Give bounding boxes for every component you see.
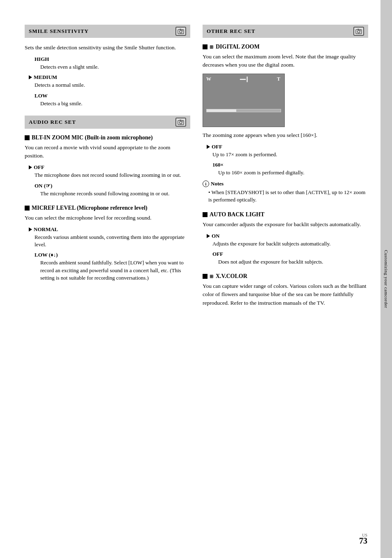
zoom-bar-fill [207,109,236,112]
smile-medium-desc: Detects a normal smile. [29,81,190,89]
blt-zoom-on-desc: The microphone records sound following z… [35,190,190,197]
blt-zoom-off-option: OFF The microphone does not record sound… [25,164,190,179]
bullet-triangle-2 [29,165,32,169]
micref-level-title: MICREF LEVEL (Microphone reference level… [25,205,190,211]
smile-sensitivity-header: SMILE SENSITIVITY [25,25,190,38]
main-content: SMILE SENSITIVITY Sets the smile detecti… [0,0,380,558]
camera-icon-3 [355,28,362,34]
micref-low-option: LOW (♦↓) Records ambient sound faithfull… [25,252,190,282]
xvcolor-desc: You can capture wider range of colors. V… [203,282,368,307]
auto-backlight-off-label: OFF [212,251,368,257]
svg-point-9 [357,30,360,33]
bullet-triangle-5 [207,234,210,238]
side-tab-text: Customizing your camcorder [384,250,389,308]
auto-back-light-title: AUTO BACK LIGHT [203,211,368,218]
xvcolor-title: ⊞ X.V.COLOR [203,273,368,280]
smile-medium-option: MEDIUM Detects a normal smile. [25,74,190,89]
bullet-triangle-4 [207,145,210,149]
digital-zoom-off-desc: Up to 17× zoom is performed. [207,151,368,158]
digital-zoom-desc: You can select the maximum zoom level. N… [203,53,368,69]
svg-point-5 [180,121,182,124]
zoom-w-label: W [206,76,212,82]
square-bullet-icon-5 [203,274,208,279]
smile-medium-label: MEDIUM [29,74,190,81]
digital-zoom-160-option: 160× Up to 160× zoom is performed digita… [203,162,368,176]
xvcolor-subsection: ⊞ X.V.COLOR You can capture wider range … [203,273,368,307]
smile-low-label: LOW [35,93,190,99]
zoom-bar-indicator: ━━┃ [240,77,249,82]
square-bullet-icon [25,135,30,140]
page-number: 73 [359,536,367,546]
camera-icon-2 [178,119,184,125]
square-bullet-icon-2 [25,206,30,211]
notes-item-1: When [STEADYSHOT] is set to other than [… [203,189,368,204]
smile-sensitivity-title: SMILE SENSITIVITY [29,28,89,35]
micref-normal-desc: Records various ambient sounds, converti… [29,234,190,248]
audio-rec-set-header: AUDIO REC SET [25,116,190,129]
svg-rect-11 [360,30,361,31]
blt-in-zoom-desc: You can record a movie with vivid sound … [25,144,190,160]
digital-zoom-title: ⊞ DIGITAL ZOOM [203,44,368,50]
smile-high-option: HIGH Detects even a slight smile. [25,56,190,71]
other-rec-set-title: OTHER REC SET [207,28,255,35]
zoom-caption: The zooming zone appears when you select… [203,131,368,139]
smile-low-option: LOW Detects a big smile. [25,93,190,107]
other-rec-set-section: OTHER REC SET ⊞ [203,25,368,307]
xvc-prefix-icon: ⊞ [210,274,213,279]
blt-in-zoom-title: BLT-IN ZOOM MIC (Built-in zoom microphon… [25,134,190,141]
svg-rect-2 [180,29,181,30]
blt-zoom-on-option: ON (☞) The microphone records sound foll… [25,183,190,197]
svg-point-1 [180,30,182,33]
svg-rect-10 [357,29,359,30]
smile-high-desc: Detects even a slight smile. [35,63,190,71]
audio-rec-set-title: AUDIO REC SET [29,119,76,125]
smile-sensitivity-desc: Sets the smile detection sensitivity usi… [25,44,190,52]
notes-circle-icon: i [203,181,209,187]
left-column: SMILE SENSITIVITY Sets the smile detecti… [25,25,190,533]
digital-zoom-160-label: 160× [212,162,368,168]
zoom-t-label: T [277,76,281,82]
smile-high-label: HIGH [35,56,190,63]
notes-box: i Notes When [STEADYSHOT] is set to othe… [203,181,368,204]
bullet-triangle [29,75,32,79]
micref-level-subsection: MICREF LEVEL (Microphone reference level… [25,205,190,282]
micref-level-desc: You can select the microphone level for … [25,214,190,222]
blt-zoom-off-label: OFF [29,164,190,171]
digital-zoom-off-label: OFF [207,144,368,150]
other-rec-set-header: OTHER REC SET [203,25,368,38]
zoom-viewfinder-image: W ━━┃ T [203,74,285,127]
svg-rect-6 [180,120,181,120]
camera-icon [178,28,184,34]
bullet-triangle-3 [29,227,32,232]
smile-sensitivity-section: SMILE SENSITIVITY Sets the smile detecti… [25,25,190,107]
digital-zoom-subsection: ⊞ DIGITAL ZOOM You can select the maximu… [203,44,368,204]
smile-low-desc: Detects a big smile. [35,100,190,107]
side-tab: Customizing your camcorder [380,0,392,558]
square-bullet-icon-4 [203,212,208,217]
zoom-bar [206,109,281,112]
micref-low-label: LOW (♦↓) [35,252,190,258]
auto-backlight-off-option: OFF Does not adjust the exposure for bac… [203,251,368,266]
page: SMILE SENSITIVITY Sets the smile detecti… [0,0,392,558]
blt-in-zoom-subsection: BLT-IN ZOOM MIC (Built-in zoom microphon… [25,134,190,197]
right-column: OTHER REC SET ⊞ [203,25,368,533]
micref-normal-label: NORMAL [29,226,190,233]
blt-zoom-off-desc: The microphone does not record sound fol… [29,171,190,179]
svg-rect-3 [182,30,183,31]
micref-normal-option: NORMAL Records various ambient sounds, c… [25,226,190,248]
notes-title: i Notes [203,181,368,187]
blt-zoom-on-label: ON (☞) [35,183,190,189]
digital-zoom-off-option: OFF Up to 17× zoom is performed. [203,144,368,158]
svg-rect-7 [182,121,183,122]
auto-backlight-on-desc: Adjusts the exposure for backlit subject… [207,240,368,248]
auto-back-light-subsection: AUTO BACK LIGHT Your camcorder adjusts t… [203,211,368,266]
square-bullet-icon-3 [203,44,208,49]
auto-backlight-off-desc: Does not adjust the exposure for backlit… [212,258,368,266]
auto-backlight-on-label: ON [207,233,368,239]
audio-rec-set-section: AUDIO REC SET BLT-IN ZOOM MI [25,116,190,282]
dz-prefix-icon: ⊞ [210,44,213,50]
micref-low-desc: Records ambient sound faithfully. Select… [35,259,190,282]
smile-sensitivity-icon [175,27,186,36]
other-rec-set-icon [353,27,364,36]
audio-rec-set-icon [175,118,186,127]
